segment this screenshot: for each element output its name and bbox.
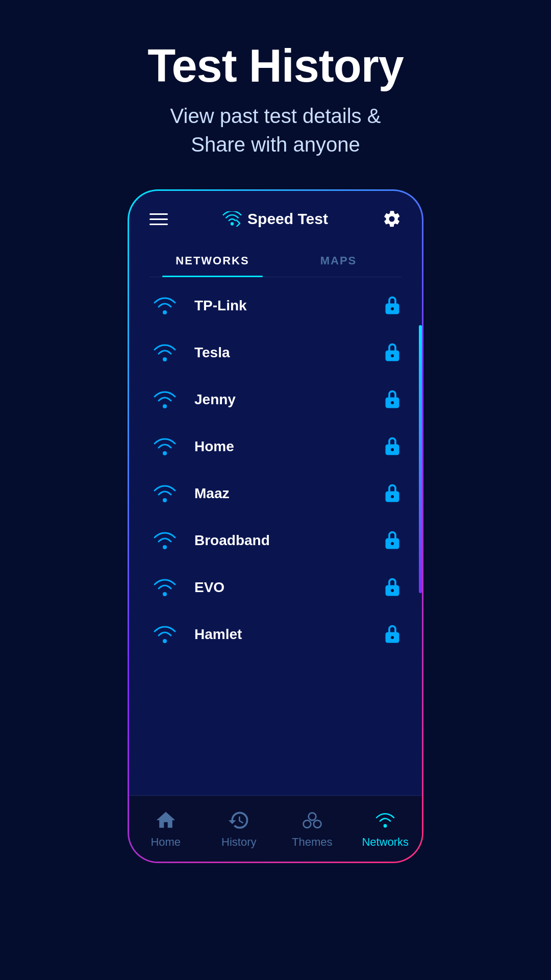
svg-point-6 — [391, 354, 394, 357]
page-title: Test History — [147, 41, 403, 91]
networks-icon — [374, 809, 396, 831]
svg-point-12 — [391, 448, 394, 451]
app-name: Speed Test — [247, 210, 328, 228]
svg-point-18 — [391, 542, 394, 545]
page-subtitle: View past test details &Share with anyon… — [147, 102, 403, 159]
lock-icon — [383, 576, 402, 599]
settings-icon[interactable] — [382, 209, 402, 229]
network-name: TP-Link — [194, 298, 383, 314]
svg-point-15 — [391, 495, 394, 498]
svg-point-0 — [231, 222, 234, 225]
list-item[interactable]: TP-Link — [129, 282, 422, 329]
svg-point-3 — [391, 307, 394, 310]
wifi-logo-icon — [222, 211, 242, 227]
svg-point-21 — [391, 589, 394, 592]
network-name: Home — [194, 438, 383, 455]
svg-point-26 — [303, 820, 311, 828]
list-item[interactable]: Tesla — [129, 329, 422, 376]
nav-item-home[interactable]: Home — [129, 809, 203, 849]
svg-point-16 — [163, 545, 167, 549]
phone-header: Speed Test — [129, 191, 422, 239]
wifi-icon — [152, 530, 178, 551]
list-item[interactable]: Hamlet — [129, 611, 422, 658]
svg-point-25 — [308, 813, 316, 820]
wifi-icon — [152, 624, 178, 645]
svg-point-1 — [163, 310, 167, 314]
bottom-nav: Home History Themes Networks — [129, 795, 422, 862]
header-section: Test History View past test details &Sha… — [147, 0, 403, 189]
svg-point-4 — [163, 357, 167, 361]
list-item[interactable]: Jenny — [129, 376, 422, 423]
wifi-icon — [152, 342, 178, 363]
network-name: Tesla — [194, 345, 383, 361]
svg-point-7 — [163, 404, 167, 408]
svg-point-19 — [163, 592, 167, 596]
nav-item-themes[interactable]: Themes — [276, 809, 349, 849]
network-name: Broadband — [194, 532, 383, 549]
lock-icon — [383, 529, 402, 552]
wifi-icon — [152, 577, 178, 598]
network-name: Jenny — [194, 391, 383, 408]
lock-icon — [383, 388, 402, 411]
nav-item-history[interactable]: History — [203, 809, 276, 849]
network-name: Hamlet — [194, 626, 383, 643]
svg-point-27 — [314, 820, 321, 828]
lock-icon — [383, 295, 402, 317]
lock-icon — [383, 623, 402, 646]
nav-label-themes: Themes — [292, 836, 332, 849]
nav-label-networks: Networks — [362, 836, 409, 849]
wifi-icon — [152, 483, 178, 504]
list-item[interactable]: Broadband — [129, 517, 422, 564]
network-name: EVO — [194, 579, 383, 596]
home-icon — [155, 809, 177, 831]
tabs-bar: NETWORKS MAPS — [149, 244, 402, 277]
list-item[interactable]: EVO — [129, 564, 422, 611]
tab-networks[interactable]: NETWORKS — [149, 244, 276, 277]
nav-label-history: History — [221, 836, 256, 849]
list-item[interactable]: Maaz — [129, 470, 422, 517]
menu-button[interactable] — [149, 213, 168, 225]
themes-icon — [301, 809, 323, 831]
lock-icon — [383, 482, 402, 505]
list-item[interactable]: Home — [129, 423, 422, 470]
svg-point-22 — [163, 639, 167, 643]
history-icon — [228, 809, 250, 831]
nav-item-networks[interactable]: Networks — [349, 809, 422, 849]
lock-icon — [383, 341, 402, 364]
app-logo: Speed Test — [222, 210, 328, 228]
network-name: Maaz — [194, 485, 383, 502]
wifi-icon — [152, 296, 178, 316]
svg-point-24 — [391, 636, 394, 639]
svg-point-9 — [391, 401, 394, 404]
svg-point-13 — [163, 498, 167, 502]
svg-point-10 — [163, 451, 167, 455]
wifi-icon — [152, 389, 178, 410]
phone-frame: Speed Test NETWORKS MAPS TP-Link — [128, 189, 423, 863]
svg-point-28 — [384, 824, 387, 827]
wifi-icon — [152, 436, 178, 457]
lock-icon — [383, 435, 402, 458]
nav-label-home: Home — [151, 836, 181, 849]
network-list: TP-Link Tesla — [129, 277, 422, 862]
tab-maps[interactable]: MAPS — [276, 244, 402, 277]
